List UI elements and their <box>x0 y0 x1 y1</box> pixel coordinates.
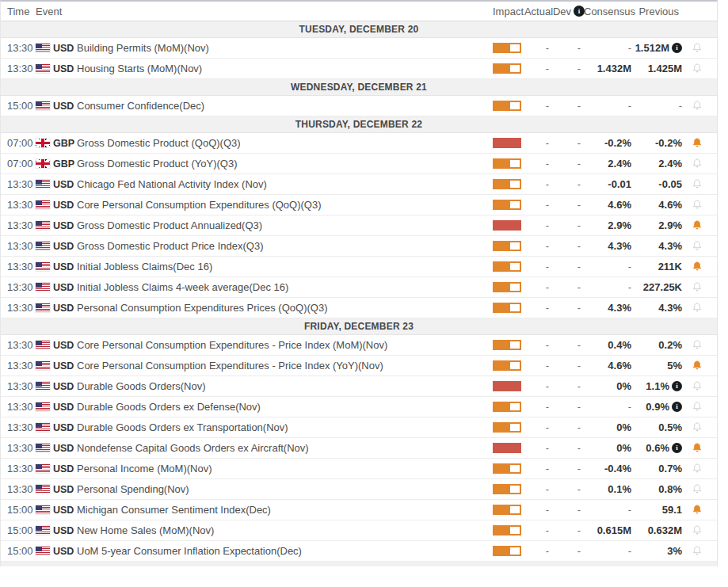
event-row[interactable]: 15:00 USD UoM 5-year Consumer Inflation … <box>1 541 717 562</box>
consensus-value: - <box>584 401 633 413</box>
event-name[interactable]: UoM 5-year Consumer Inflation Expectatio… <box>77 545 489 557</box>
info-icon[interactable]: i <box>672 43 682 53</box>
event-name[interactable]: Housing Starts (MoM)(Nov) <box>77 63 489 74</box>
event-row[interactable]: 07:00 GBP Gross Domestic Product (YoY)(Q… <box>1 154 717 174</box>
event-name[interactable]: Durable Goods Orders ex Transportation(N… <box>77 421 489 433</box>
event-name[interactable]: Core Personal Consumption Expenditures -… <box>77 360 489 372</box>
currency-flag-icon <box>36 464 53 473</box>
event-name[interactable]: Initial Jobless Claims 4-week average(De… <box>77 281 489 293</box>
event-name[interactable]: Core Personal Consumption Expenditures (… <box>77 199 489 211</box>
actual-value: - <box>524 524 554 536</box>
event-row[interactable]: 13:30 USD Gross Domestic Product Annuali… <box>1 215 717 236</box>
alert-bell-icon[interactable] <box>685 281 709 294</box>
previous-value: 0.6% <box>646 442 669 454</box>
alert-bell-icon[interactable] <box>685 483 709 496</box>
event-name[interactable]: Chicago Fed National Activity Index (Nov… <box>77 178 489 190</box>
impact-indicator-icon <box>489 241 524 251</box>
alert-bell-icon[interactable] <box>685 504 709 516</box>
deviation-value: - <box>554 463 584 475</box>
event-row[interactable]: 13:30 USD Chicago Fed National Activity … <box>1 174 717 195</box>
event-name[interactable]: Gross Domestic Product (QoQ)(Q3) <box>77 137 489 149</box>
currency-code: USD <box>53 443 77 454</box>
event-name[interactable]: Core Personal Consumption Expenditures -… <box>77 339 489 351</box>
event-name[interactable]: Gross Domestic Product (YoY)(Q3) <box>77 158 489 170</box>
event-name[interactable]: Consumer Confidence(Dec) <box>77 100 489 112</box>
event-name[interactable]: New Home Sales (MoM)(Nov) <box>77 524 489 536</box>
event-row[interactable]: 15:00 USD Consumer Confidence(Dec) - - -… <box>1 96 717 116</box>
alert-bell-icon[interactable] <box>685 240 709 253</box>
alert-bell-icon[interactable] <box>685 339 709 352</box>
event-row[interactable]: 13:30 USD Housing Starts (MoM)(Nov) - - … <box>1 59 717 79</box>
event-row[interactable]: 13:30 USD Core Personal Consumption Expe… <box>1 195 717 215</box>
event-row[interactable]: 13:30 USD Durable Goods Orders ex Transp… <box>1 417 717 438</box>
impact-indicator-icon <box>489 402 524 412</box>
alert-bell-icon[interactable] <box>685 178 709 191</box>
event-row[interactable]: 13:30 USD Nondefense Capital Goods Order… <box>1 438 717 459</box>
alert-bell-icon[interactable] <box>685 401 709 414</box>
info-icon[interactable]: i <box>672 381 682 391</box>
event-row[interactable]: 13:30 USD Initial Jobless Claims 4-week … <box>1 277 717 298</box>
alert-bell-icon[interactable] <box>685 100 709 112</box>
event-row[interactable]: 13:30 USD Durable Goods Orders ex Defens… <box>1 397 717 417</box>
consensus-value: -0.4% <box>584 463 633 475</box>
previous-value: 5% <box>667 360 682 372</box>
info-icon[interactable]: i <box>672 443 682 453</box>
currency-code: USD <box>53 422 77 433</box>
event-name[interactable]: Personal Consumption Expenditures Prices… <box>77 302 489 314</box>
event-row[interactable]: 07:00 GBP Gross Domestic Product (QoQ)(Q… <box>1 133 717 154</box>
event-name[interactable]: Durable Goods Orders(Nov) <box>77 380 489 392</box>
alert-bell-icon[interactable] <box>685 421 709 434</box>
alert-bell-icon[interactable] <box>685 42 709 55</box>
event-name[interactable]: Michigan Consumer Sentiment Index(Dec) <box>77 504 489 516</box>
currency-code: USD <box>53 340 77 351</box>
alert-bell-icon[interactable] <box>685 261 709 273</box>
event-row[interactable]: 13:30 USD Initial Jobless Claims(Dec 16)… <box>1 257 717 277</box>
event-name[interactable]: Personal Spending(Nov) <box>77 483 489 495</box>
alert-bell-icon[interactable] <box>685 302 709 314</box>
impact-indicator-icon <box>489 484 524 494</box>
event-name[interactable]: Nondefense Capital Goods Orders ex Aircr… <box>77 442 489 454</box>
alert-bell-icon[interactable] <box>685 199 709 212</box>
dev-info-icon[interactable]: i <box>574 6 585 17</box>
event-row[interactable]: 13:30 USD Personal Income (MoM)(Nov) - -… <box>1 459 717 479</box>
event-name[interactable]: Gross Domestic Product Annualized(Q3) <box>77 219 489 231</box>
alert-bell-icon[interactable] <box>685 158 709 170</box>
event-name[interactable]: Building Permits (MoM)(Nov) <box>77 42 489 54</box>
event-row[interactable]: 15:00 USD New Home Sales (MoM)(Nov) - - … <box>1 520 717 541</box>
event-row[interactable]: 13:30 USD Core Personal Consumption Expe… <box>1 356 717 376</box>
alert-bell-icon[interactable] <box>685 380 709 393</box>
event-name[interactable]: Durable Goods Orders ex Defense(Nov) <box>77 401 489 413</box>
event-row[interactable]: 13:30 USD Durable Goods Orders(Nov) - - … <box>1 376 717 397</box>
alert-bell-icon[interactable] <box>685 360 709 372</box>
previous-cell: 4.3% <box>633 302 685 314</box>
alert-bell-icon[interactable] <box>685 545 709 558</box>
event-row[interactable]: 13:30 USD Personal Spending(Nov) - - 0.1… <box>1 479 717 500</box>
deviation-value: - <box>554 261 584 273</box>
actual-value: - <box>524 302 554 314</box>
event-row[interactable]: 13:30 USD Building Permits (MoM)(Nov) - … <box>1 38 717 59</box>
event-row[interactable]: 13:30 USD Gross Domestic Product Price I… <box>1 236 717 257</box>
impact-indicator-icon <box>489 261 524 272</box>
previous-value: 227.25K <box>643 281 682 293</box>
info-icon[interactable]: i <box>672 402 682 412</box>
alert-bell-icon[interactable] <box>685 137 709 150</box>
currency-code: USD <box>53 179 77 190</box>
deviation-value: - <box>554 524 584 536</box>
event-row[interactable]: 15:00 USD Michigan Consumer Sentiment In… <box>1 500 717 520</box>
event-name[interactable]: Initial Jobless Claims(Dec 16) <box>77 261 489 273</box>
alert-bell-icon[interactable] <box>685 442 709 455</box>
previous-cell: 0.6% i <box>633 442 685 454</box>
impact-indicator-icon <box>489 282 524 292</box>
event-name[interactable]: Gross Domestic Product Price Index(Q3) <box>77 240 489 252</box>
currency-code: GBP <box>53 138 77 149</box>
alert-bell-icon[interactable] <box>685 63 709 75</box>
event-row[interactable]: 13:30 USD Personal Consumption Expenditu… <box>1 298 717 318</box>
event-row[interactable]: 13:30 USD Core Personal Consumption Expe… <box>1 335 717 356</box>
alert-bell-icon[interactable] <box>685 524 709 537</box>
alert-bell-icon[interactable] <box>685 219 709 232</box>
previous-value: -0.2% <box>655 137 682 149</box>
alert-bell-icon[interactable] <box>685 463 709 475</box>
event-name[interactable]: Personal Income (MoM)(Nov) <box>77 463 489 475</box>
actual-value: - <box>524 339 554 351</box>
previous-value: 2.4% <box>658 158 682 170</box>
